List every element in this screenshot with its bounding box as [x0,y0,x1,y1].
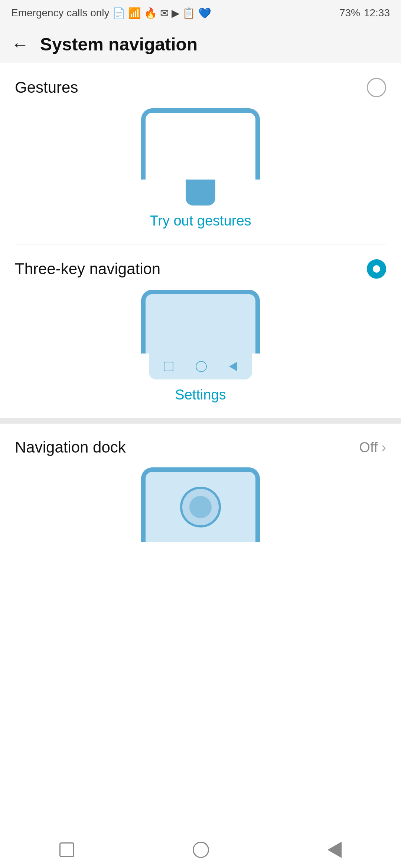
chevron-right-icon: › [381,440,386,456]
gesture-phone-screen [146,113,255,180]
try-gestures-link[interactable]: Try out gestures [15,213,386,229]
nav-square-icon [164,362,173,371]
dock-circle [180,487,221,527]
threekey-illustration [15,290,386,379]
gestures-radio[interactable] [367,78,386,97]
navdock-phone-frame [141,467,260,542]
time-text: 12:33 [364,7,390,19]
dock-circle-inner [189,496,212,518]
bottom-nav-bar [0,831,401,868]
bottom-nav-triangle[interactable] [327,842,342,858]
navdock-status[interactable]: Off › [359,440,386,456]
gestures-header: Gestures [15,78,386,97]
threekey-phone-frame [141,290,260,354]
bottom-circle-icon [193,842,209,858]
threekey-radio[interactable] [367,259,386,279]
gesture-phone-frame [141,108,260,180]
nav-triangle-icon [229,362,237,371]
threekey-phone-bottom [149,354,252,379]
gestures-section: Gestures Try out gestures [0,63,401,229]
gesture-illustration [15,108,386,206]
threekey-header: Three-key navigation [15,259,386,279]
bottom-triangle-icon [327,842,342,858]
page-title: System navigation [40,34,198,55]
bottom-nav-circle[interactable] [193,842,209,858]
bottom-square-icon [59,842,74,857]
navdock-illustration [15,467,386,565]
gestures-label: Gestures [15,79,78,96]
status-bar: Emergency calls only 📄 📶 🔥 ✉ ▶ 📋 💙 73% 1… [0,0,401,26]
threekey-label: Three-key navigation [15,260,160,278]
bottom-nav-square[interactable] [59,842,74,857]
status-right: 73% 12:33 [339,7,390,19]
threekey-phone-screen [146,294,255,354]
status-icons: 📄 📶 🔥 ✉ ▶ 📋 💙 [113,7,212,19]
header: ← System navigation [0,26,401,63]
threekey-phone-wrapper [141,290,260,379]
battery-text: 73% [339,7,360,19]
navdock-status-text: Off [359,440,378,456]
back-button[interactable]: ← [11,34,29,55]
divider-2 [0,418,401,424]
nav-circle-icon [196,361,207,372]
settings-link[interactable]: Settings [15,387,386,403]
emergency-text: Emergency calls only [11,7,110,19]
gesture-phone-bottom [186,180,215,206]
threekey-section: Three-key navigation Settings [0,244,401,403]
navdock-header: Navigation dock Off › [15,438,386,456]
navdock-label: Navigation dock [15,438,126,456]
gesture-phone-wrapper [141,108,260,206]
navdock-phone-screen [146,472,255,542]
navdock-phone-wrapper [141,467,260,565]
content: Gestures Try out gestures Three-key navi… [0,63,401,565]
status-left: Emergency calls only 📄 📶 🔥 ✉ ▶ 📋 💙 [11,7,211,19]
navdock-section: Navigation dock Off › [0,424,401,565]
